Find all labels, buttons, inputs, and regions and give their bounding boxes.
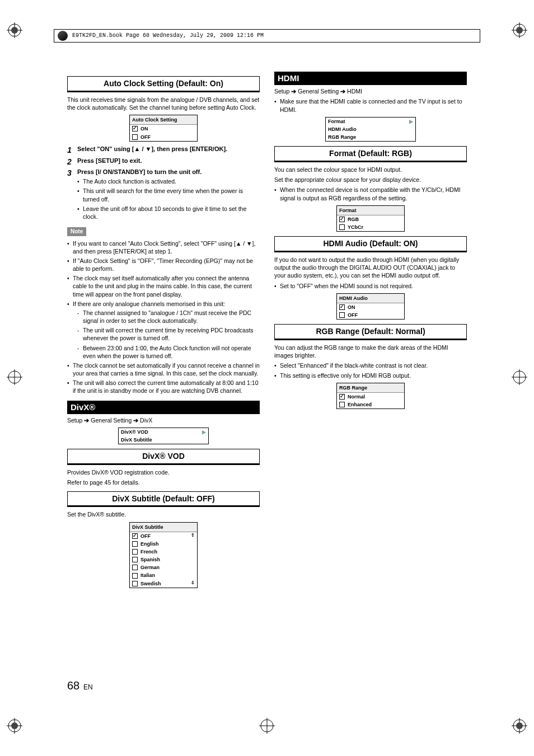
hdmi-bullets: Make sure that the HDMI cable is connect… (274, 97, 467, 113)
content-columns: Auto Clock Setting (Default: On) This un… (67, 72, 467, 591)
header-dot-icon (58, 31, 68, 41)
divxsub-p: Set the DivX® subtitle. (67, 510, 260, 518)
regmark-mr (512, 369, 527, 385)
step3-bul-2: Leave the unit off for about 10 seconds … (77, 205, 260, 220)
regmark-bl (7, 718, 22, 734)
audio-bullets: Set to "OFF" when the HDMI sound is not … (274, 282, 467, 290)
heading-divx: DivX® (67, 401, 260, 414)
play-arrow-icon: ▶ (202, 429, 206, 435)
play-arrow-icon: ▶ (409, 118, 413, 125)
menu-divxsub-sv: Swedish⇩ (130, 580, 197, 588)
arrow-right-icon: ➔ (340, 88, 345, 95)
note-sub-dash: The channel assigned to "analogue / 1Ch"… (77, 309, 260, 360)
step-1: Select "ON" using [▲ / ▼], then press [E… (67, 145, 260, 153)
checkbox-empty-icon (339, 312, 345, 318)
menu-audio: HDMI Audio ON OFF (336, 293, 405, 320)
breadcrumb-divx: Setup ➔ General Setting ➔ DivX (67, 416, 260, 424)
rgb-p1: You can adjust the RGB range to make the… (274, 344, 467, 359)
regmark-tr (512, 22, 527, 38)
checkbox-empty-icon (132, 549, 138, 555)
svg-point-17 (11, 722, 18, 729)
arrow-right-icon: ➔ (84, 417, 89, 424)
checkbox-checked-icon (339, 394, 345, 400)
note-label: Note (67, 227, 86, 236)
menu-hdmi-format: Format▶ (326, 118, 415, 125)
heading-divxsub: DivX Subtitle (Default: OFF) (67, 491, 260, 508)
regmark-tl (7, 22, 22, 38)
menu-divxsub-it: Italian (130, 571, 197, 579)
checkbox-empty-icon (132, 541, 138, 547)
checkbox-checked-icon (132, 126, 138, 132)
step3-bul-0: The Auto clock function is activated. (77, 177, 260, 185)
heading-format: Format (Default: RGB) (274, 146, 467, 162)
regmark-ml (7, 369, 22, 385)
audio-bul-0: Set to "OFF" when the HDMI sound is not … (274, 282, 467, 290)
note-dash-2: Between 23:00 and 1:00, the Auto Clock f… (77, 344, 260, 360)
format-p1: You can select the colour space for HDMI… (274, 166, 467, 173)
checkbox-empty-icon (132, 573, 138, 579)
rgb-bullets: Select "Enhanced" if the black-white con… (274, 361, 467, 379)
divxvod-p1: Provides DivX® VOD registration code. (67, 468, 260, 476)
menu-divxsub-title: DivX Subtitle (130, 523, 197, 532)
arrow-right-icon: ➔ (291, 88, 296, 95)
menu-format-title: Format (337, 206, 404, 215)
format-bullets: When the connected device is not compati… (274, 186, 467, 201)
page-footer: 68 EN (67, 678, 93, 693)
menu-rgb-enhanced: Enhanced (337, 401, 404, 408)
menu-autoclock-off: OFF (130, 133, 197, 141)
note-bul-1: If "Auto Clock Setting" is "OFF", "Timer… (67, 257, 260, 273)
checkbox-empty-icon (132, 557, 138, 562)
scroll-up-icon: ⇧ (191, 533, 195, 539)
step3-bul-1: This unit will search for the time every… (77, 187, 260, 203)
menu-divxsub-es: Spanish (130, 556, 197, 564)
menu-audio-title: HDMI Audio (337, 294, 404, 303)
checkbox-checked-icon (132, 533, 138, 539)
left-column: Auto Clock Setting (Default: On) This un… (67, 72, 260, 591)
checkbox-empty-icon (339, 402, 345, 407)
menu-autoclock: Auto Clock Setting ON OFF (129, 115, 198, 141)
heading-rgb-range: RGB Range (Default: Normal) (274, 324, 467, 340)
menu-divxsub-en: English (130, 540, 197, 548)
menu-divx-vod: DivX® VOD▶ (119, 428, 208, 436)
note-bul-0: If you want to cancel "Auto Clock Settin… (67, 240, 260, 255)
step-3: Press [I/ ON/STANDBY] to turn the unit o… (67, 168, 260, 220)
svg-point-21 (516, 722, 523, 729)
menu-hdmi-audio: HDMI Audio (326, 125, 415, 133)
hdmi-bul-0: Make sure that the HDMI cable is connect… (274, 97, 467, 113)
heading-autoclock: Auto Clock Setting (Default: On) (67, 76, 260, 92)
divxvod-p2: Refer to page 45 for details. (67, 478, 260, 486)
checkbox-empty-icon (339, 224, 345, 230)
header-text: E9TK2FD_EN.book Page 68 Wednesday, July … (72, 32, 264, 40)
svg-point-3 (11, 27, 18, 34)
svg-point-7 (516, 27, 523, 34)
checkbox-empty-icon (132, 581, 138, 586)
regmark-bm (259, 718, 275, 734)
menu-divxsub-off: OFF⇧ (130, 532, 197, 540)
breadcrumb-hdmi: Setup ➔ General Setting ➔ HDMI (274, 87, 467, 95)
page-lang: EN (83, 683, 93, 691)
rgb-bul-1: This setting is effective only for HDMI … (274, 372, 467, 379)
autoclock-intro: This unit receives time signals from the… (67, 96, 260, 111)
note-dash-0: The channel assigned to "analogue / 1Ch"… (77, 309, 260, 325)
heading-hdmi: HDMI (274, 72, 467, 85)
menu-format-rgb: RGB (337, 215, 404, 223)
autoclock-steps: Select "ON" using [▲ / ▼], then press [E… (67, 145, 260, 220)
heading-divxvod: DivX® VOD (67, 449, 260, 465)
format-bul-0: When the connected device is not compati… (274, 186, 467, 201)
heading-hdmi-audio: HDMI Audio (Default: ON) (274, 236, 467, 252)
page-number: 68 (67, 679, 79, 692)
step-2: Press [SETUP] to exit. (67, 157, 260, 165)
menu-format-ycbcr: YCbCr (337, 223, 404, 231)
note-bul2-1: The unit will also correct the current t… (67, 379, 260, 395)
menu-divxsub-de: German (130, 564, 197, 571)
step3-bullets: The Auto clock function is activated. Th… (77, 177, 260, 220)
note-bul-2: The clock may set itself automatically a… (67, 274, 260, 298)
format-p2: Set the appropriate colour space for you… (274, 176, 467, 184)
menu-rgb-normal: Normal (337, 393, 404, 401)
menu-audio-on: ON (337, 303, 404, 311)
menu-format: Format RGB YCbCr (336, 205, 405, 232)
note-bul-3: If there are only analogue channels memo… (67, 300, 260, 360)
note-dash-1: The unit will correct the current time b… (77, 326, 260, 342)
menu-audio-off: OFF (337, 311, 404, 319)
note-bul2-0: The clock cannot be set automatically if… (67, 361, 260, 377)
